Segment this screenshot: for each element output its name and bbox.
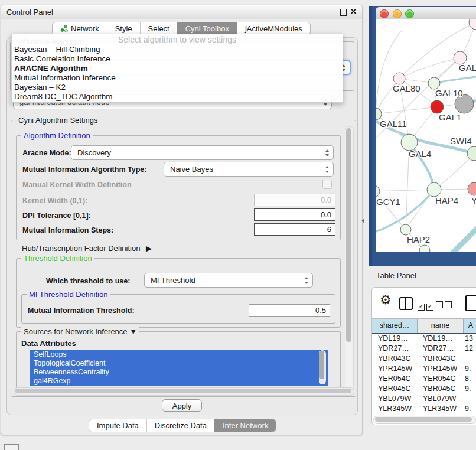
column-header[interactable]: name xyxy=(418,319,464,333)
stepper-icon xyxy=(305,277,309,284)
network-node[interactable] xyxy=(428,77,440,89)
node-label: GCY1 xyxy=(376,197,400,207)
split-columns-icon[interactable] xyxy=(399,297,413,310)
deselect-all-columns-icon[interactable] xyxy=(436,300,454,311)
table-cell: 9. xyxy=(464,364,476,374)
attribute-item[interactable]: TopologicalCoefficient xyxy=(30,359,328,368)
network-node[interactable] xyxy=(427,182,441,197)
table-row[interactable]: YBR045CYBR045C9. xyxy=(372,384,476,394)
hub-definition-expander[interactable]: Hub/Transcription Factor Definition ▶ xyxy=(22,244,152,253)
network-node[interactable] xyxy=(393,73,405,84)
attribute-item[interactable]: gal4RGexp xyxy=(30,377,328,386)
tab-discretize-data[interactable]: Discretize Data xyxy=(146,419,214,432)
table-cell: 9. xyxy=(464,384,476,394)
node-label: HAP4 xyxy=(435,195,458,206)
window-title: Control Panel xyxy=(6,8,53,17)
algorithm-dropdown-list: Bayesian – Hill ClimbingBasic Correlatio… xyxy=(12,45,343,102)
sources-title[interactable]: Sources for Network Inference ▼ xyxy=(21,327,139,336)
node-label: Y xyxy=(471,195,476,206)
table-cell: 9. xyxy=(464,404,476,414)
algorithm-option[interactable]: Basic Correlation Inference xyxy=(12,54,343,64)
minimized-panel-icon[interactable] xyxy=(4,444,19,450)
apply-button[interactable]: Apply xyxy=(162,399,202,412)
network-node[interactable] xyxy=(431,100,444,113)
desktop-edge-shade xyxy=(369,6,372,266)
table-cell: YER054C xyxy=(418,374,464,384)
tab-select[interactable]: Select xyxy=(140,22,177,35)
network-node[interactable] xyxy=(400,224,411,235)
tab-cyni-toolbox[interactable]: Cyni Toolbox xyxy=(177,22,237,35)
table-row[interactable]: YBR043CYBR043C xyxy=(372,354,476,364)
table-cell: 8. xyxy=(464,374,476,384)
tab-network[interactable]: Network xyxy=(53,22,107,35)
aracne-mode-select[interactable]: Discovery xyxy=(71,145,334,160)
node-label: GAL80 xyxy=(393,83,420,93)
network-canvas[interactable]: GALGAL80GAL10GAL1GAL11SWI4GAL4GCY1HAP4YH… xyxy=(376,19,476,252)
table-hscrollbar[interactable] xyxy=(373,416,476,424)
network-node[interactable] xyxy=(401,134,418,151)
attribute-item[interactable]: BetweennessCentrality xyxy=(30,368,328,377)
select-all-columns-icon[interactable]: ✓✓ xyxy=(418,300,435,311)
mi-type-select[interactable]: Naive Bayes xyxy=(164,162,334,177)
tab-infer-network[interactable]: Infer Network xyxy=(214,419,276,432)
settings-hscrollbar-thumb[interactable] xyxy=(15,389,351,393)
table-cell: YDR27… xyxy=(372,344,418,354)
attributes-scrollbar-thumb[interactable] xyxy=(319,351,324,379)
network-window-titlebar[interactable] xyxy=(376,7,476,20)
settings-hscrollbar[interactable] xyxy=(14,387,354,396)
network-edge xyxy=(376,30,402,114)
close-icon[interactable]: ✕ xyxy=(350,7,357,16)
cyni-algorithm-settings-group: Cyni Algorithm Settings Algorithm Defini… xyxy=(11,120,356,397)
table-row[interactable]: YER054CYER054C8. xyxy=(372,374,476,384)
attributes-scrollbar[interactable] xyxy=(319,350,326,384)
column-header[interactable]: A xyxy=(464,319,476,333)
kernel-width-field[interactable]: 0.0 xyxy=(254,194,335,206)
network-desktop: GALGAL80GAL10GAL1GAL11SWI4GAL4GCY1HAP4YH… xyxy=(369,6,476,266)
which-threshold-label: Which threshold to use: xyxy=(46,277,130,285)
kernel-width-label: Kernel Width (0,1): xyxy=(22,197,87,205)
gear-icon[interactable]: ⚙ xyxy=(380,292,392,308)
algorithm-option[interactable]: Dream8 DC_TDC Algorithm xyxy=(12,92,343,102)
table-cell: 12 xyxy=(464,344,476,354)
table-panel-title: Table Panel xyxy=(376,271,416,280)
table-row[interactable]: YLR345WYLR345W9. xyxy=(372,404,476,414)
network-node[interactable] xyxy=(467,146,476,161)
mac-close-button[interactable] xyxy=(380,9,389,18)
tab-jactivemnodules[interactable]: jActiveMNodules xyxy=(237,22,310,35)
float-window-icon[interactable] xyxy=(340,9,347,16)
network-graph[interactable]: GALGAL80GAL10GAL1GAL11SWI4GAL4GCY1HAP4YH… xyxy=(376,19,476,252)
column-header[interactable]: shared… xyxy=(372,319,418,333)
mac-zoom-button[interactable] xyxy=(405,9,414,18)
tab-style[interactable]: Style xyxy=(107,22,140,35)
network-node[interactable] xyxy=(469,19,476,30)
algorithm-option[interactable]: Bayesian – K2 xyxy=(12,83,343,92)
network-node[interactable] xyxy=(376,185,380,197)
table-panel: ⚙ ✓✓ shared…nameA YDL19…YDL19…13YDR27…YD… xyxy=(371,287,476,425)
mi-type-label: Mutual Information Algorithm Type: xyxy=(22,165,146,174)
table-hscrollbar-thumb[interactable] xyxy=(375,417,472,422)
mi-threshold-field[interactable]: 0.5 xyxy=(249,304,330,317)
table-row[interactable]: YDL19…YDL19…13 xyxy=(372,334,476,344)
settings-scrollbar-thumb[interactable] xyxy=(346,128,351,342)
mi-steps-field[interactable]: 6 xyxy=(254,223,335,236)
network-edge xyxy=(451,225,476,252)
network-node[interactable] xyxy=(468,182,476,195)
mac-minimize-button[interactable] xyxy=(393,9,402,18)
tab-impute-data[interactable]: Impute Data xyxy=(89,419,146,432)
table-row[interactable]: YPR145WYPR145W9. xyxy=(372,364,476,374)
algorithm-option[interactable]: Bayesian – Hill Climbing xyxy=(12,45,343,54)
table-cell: YDL19… xyxy=(418,334,464,344)
algorithm-option[interactable]: Mutual Information Inference xyxy=(12,73,343,83)
settings-scrollbar[interactable] xyxy=(345,126,354,390)
manual-kernel-checkbox[interactable] xyxy=(322,180,332,189)
data-attributes-list[interactable]: SelfLoopsTopologicalCoefficientBetweenne… xyxy=(30,350,328,386)
table-row[interactable]: YDR27…YDR27…12 xyxy=(372,344,476,354)
function-builder-icon[interactable] xyxy=(465,295,476,311)
table-row[interactable]: YBL079WYBL079W xyxy=(372,394,476,404)
splitter-arrow-icon[interactable] xyxy=(361,219,364,223)
network-edge xyxy=(434,154,474,190)
which-threshold-select[interactable]: MI Threshold xyxy=(144,273,313,288)
algorithm-option[interactable]: ARACNE Algorithm xyxy=(12,64,343,73)
attribute-item[interactable]: SelfLoops xyxy=(30,350,328,359)
dpi-tolerance-field[interactable]: 0.0 xyxy=(254,208,335,221)
